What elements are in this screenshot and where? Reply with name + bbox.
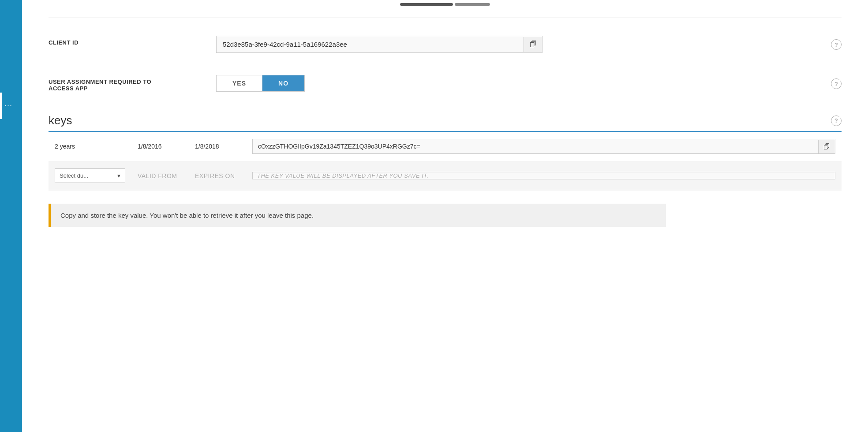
- client-id-content: 🗍: [216, 36, 842, 53]
- chevron-down-icon: ▼: [113, 173, 125, 179]
- client-id-input-wrapper: 🗍: [216, 36, 542, 53]
- key-expires-on: 1/8/2018: [189, 132, 246, 161]
- key-duration: 2 years: [49, 132, 131, 161]
- client-id-copy-button[interactable]: 🗍: [524, 37, 542, 52]
- new-key-value-wrapper: THE KEY VALUE WILL BE DISPLAYED AFTER YO…: [252, 172, 835, 179]
- warning-notice: Copy and store the key value. You won't …: [49, 204, 666, 227]
- sidebar-dots: ...: [4, 99, 12, 108]
- main-content: CLIENT ID 🗍 ? USER ASSIGNMENT REQUIRED T…: [22, 0, 868, 432]
- key-value-wrapper: 🗍: [252, 139, 835, 154]
- new-key-expires-on: EXPIRES ON: [189, 161, 246, 190]
- key-valid-from: 1/8/2016: [131, 132, 189, 161]
- user-assignment-help-icon[interactable]: ?: [831, 78, 842, 89]
- keys-help-icon[interactable]: ?: [831, 115, 842, 126]
- new-key-duration-cell: Select du... 1 year 2 years Never expire…: [49, 161, 131, 190]
- user-assignment-row: USER ASSIGNMENT REQUIRED TO ACCESS APP Y…: [49, 75, 842, 92]
- select-duration-wrapper: Select du... 1 year 2 years Never expire…: [55, 168, 125, 183]
- sidebar: ...: [0, 0, 22, 432]
- copy-icon: 🗍: [530, 41, 537, 48]
- key-value-input[interactable]: [253, 139, 818, 153]
- table-row: Select du... 1 year 2 years Never expire…: [49, 161, 842, 190]
- client-id-label: CLIENT ID: [49, 36, 216, 46]
- scroll-thumb2: [455, 3, 490, 6]
- client-id-help-icon[interactable]: ?: [831, 39, 842, 50]
- key-copy-icon: 🗍: [823, 143, 830, 150]
- yes-button[interactable]: YES: [217, 75, 262, 91]
- keys-header: keys ?: [49, 114, 842, 132]
- client-id-row: CLIENT ID 🗍 ?: [49, 36, 842, 53]
- scroll-thumb: [400, 3, 453, 6]
- warning-text: Copy and store the key value. You won't …: [60, 212, 314, 219]
- new-key-value-cell: THE KEY VALUE WILL BE DISPLAYED AFTER YO…: [246, 161, 842, 190]
- no-button[interactable]: NO: [262, 75, 304, 91]
- duration-select[interactable]: Select du... 1 year 2 years Never expire…: [55, 169, 113, 182]
- key-copy-button[interactable]: 🗍: [818, 140, 835, 153]
- scroll-bar-area: [49, 0, 842, 9]
- keys-title: keys: [49, 114, 72, 127]
- key-value-cell: 🗍: [246, 132, 842, 161]
- keys-table: 2 years 1/8/2016 1/8/2018 🗍: [49, 132, 842, 190]
- user-assignment-toggle: YES NO: [216, 75, 305, 92]
- keys-section: keys ? 2 years 1/8/2016 1/8/2018: [49, 114, 842, 190]
- user-assignment-content: YES NO: [216, 75, 842, 92]
- table-row: 2 years 1/8/2016 1/8/2018 🗍: [49, 132, 842, 161]
- top-divider: [49, 18, 842, 18]
- client-id-input[interactable]: [217, 36, 524, 52]
- new-key-valid-from: VALID FROM: [131, 161, 189, 190]
- user-assignment-label: USER ASSIGNMENT REQUIRED TO ACCESS APP: [49, 75, 216, 92]
- new-key-value-placeholder: THE KEY VALUE WILL BE DISPLAYED AFTER YO…: [253, 172, 835, 179]
